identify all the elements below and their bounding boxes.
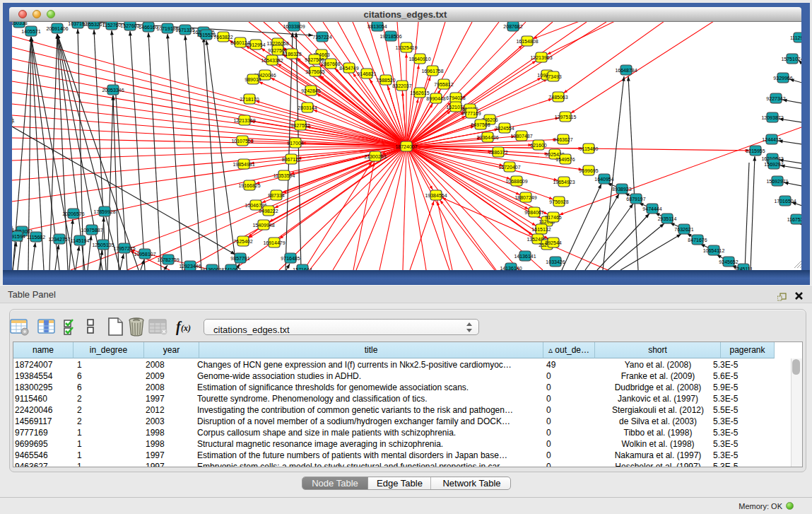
svg-text:7485063: 7485063 <box>548 95 567 100</box>
svg-text:10807487: 10807487 <box>510 134 532 139</box>
svg-text:9716485: 9716485 <box>281 256 300 261</box>
svg-text:1244415: 1244415 <box>762 137 781 142</box>
svg-text:1152760: 1152760 <box>102 23 122 28</box>
svg-text:9474444: 9474444 <box>642 206 661 211</box>
svg-text:20364436: 20364436 <box>476 135 498 140</box>
svg-text:917465: 917465 <box>545 215 561 220</box>
svg-text:160338: 160338 <box>12 22 28 25</box>
svg-text:14136140: 14136140 <box>500 266 522 271</box>
svg-text:1115682: 1115682 <box>27 235 45 240</box>
svg-text:15409948: 15409948 <box>252 223 274 228</box>
svg-text:13325419: 13325419 <box>395 45 417 50</box>
svg-text:10654112: 10654112 <box>703 248 725 253</box>
svg-text:18807249: 18807249 <box>514 195 536 200</box>
svg-text:8938923: 8938923 <box>612 187 631 192</box>
svg-text:15692971: 15692971 <box>766 179 788 184</box>
svg-text:19166825: 19166825 <box>238 183 260 188</box>
svg-text:15751074: 15751074 <box>781 57 801 62</box>
svg-text:6497568: 6497568 <box>471 122 490 127</box>
svg-text:18724007: 18724007 <box>395 144 417 149</box>
svg-text:8990448: 8990448 <box>426 96 445 101</box>
svg-text:9427552: 9427552 <box>290 123 310 128</box>
svg-text:8186328: 8186328 <box>282 52 301 57</box>
svg-text:9084067: 9084067 <box>524 210 543 215</box>
svg-text:2935114: 2935114 <box>658 216 677 221</box>
svg-text:8471676: 8471676 <box>688 238 707 243</box>
svg-text:16154808: 16154808 <box>516 39 538 44</box>
svg-text:7663822: 7663822 <box>213 35 233 40</box>
svg-text:1405571: 1405571 <box>21 29 40 34</box>
svg-text:16033809: 16033809 <box>283 24 305 29</box>
svg-text:8813054: 8813054 <box>367 24 387 29</box>
svg-text:6794028: 6794028 <box>446 95 465 100</box>
svg-text:7632621: 7632621 <box>674 227 693 232</box>
svg-text:16543382: 16543382 <box>261 58 283 63</box>
svg-text:7625402: 7625402 <box>233 239 252 244</box>
svg-text:(x): (x) <box>181 323 191 333</box>
svg-text:8367110: 8367110 <box>282 157 301 162</box>
svg-text:873001: 873001 <box>12 228 15 233</box>
svg-text:9136001: 9136001 <box>202 267 221 271</box>
svg-text:12342757: 12342757 <box>48 237 70 242</box>
svg-text:1527602: 1527602 <box>120 23 139 28</box>
svg-text:8912954: 8912954 <box>246 42 265 47</box>
svg-text:9115460: 9115460 <box>579 146 599 151</box>
svg-text:12923446: 12923446 <box>179 264 201 269</box>
svg-text:20206576: 20206576 <box>62 211 84 216</box>
svg-text:8322037: 8322037 <box>392 83 411 88</box>
svg-text:1615132: 1615132 <box>531 227 551 232</box>
svg-text:8741002: 8741002 <box>221 267 240 271</box>
svg-text:1569297: 1569297 <box>764 162 783 167</box>
svg-text:12975115: 12975115 <box>555 115 577 119</box>
svg-text:8454749: 8454749 <box>339 66 358 71</box>
svg-text:3824554: 3824554 <box>495 126 514 131</box>
svg-text:16648784: 16648784 <box>615 68 637 73</box>
svg-text:21300293: 21300293 <box>364 154 386 159</box>
svg-text:1033426: 1033426 <box>546 259 565 264</box>
svg-text:19854981: 19854981 <box>233 162 254 167</box>
svg-text:2718170: 2718170 <box>240 97 259 102</box>
svg-text:989014: 989014 <box>245 77 261 82</box>
svg-text:9227342: 9227342 <box>766 96 785 101</box>
svg-text:15720407: 15720407 <box>498 165 520 170</box>
svg-text:12213963: 12213963 <box>530 55 552 60</box>
svg-text:917004: 917004 <box>287 141 303 146</box>
svg-text:9329966: 9329966 <box>773 76 792 81</box>
svg-text:12093872: 12093872 <box>761 115 783 120</box>
svg-text:19218506: 19218506 <box>379 34 401 39</box>
svg-text:621600: 621600 <box>530 143 546 148</box>
svg-text:391594: 391594 <box>12 234 25 239</box>
svg-text:18640910: 18640910 <box>408 57 430 62</box>
svg-text:9146821: 9146821 <box>357 71 376 76</box>
svg-text:3675685: 3675685 <box>305 69 324 74</box>
svg-text:16782759: 16782759 <box>157 257 179 262</box>
svg-text:9242845: 9242845 <box>301 88 320 93</box>
svg-text:9245111: 9245111 <box>734 267 753 271</box>
svg-text:6879197: 6879197 <box>626 197 645 201</box>
svg-text:7886372: 7886372 <box>488 150 507 155</box>
svg-text:17957275: 17957275 <box>113 246 135 251</box>
svg-text:20053346: 20053346 <box>102 88 124 93</box>
svg-text:887334: 887334 <box>268 193 284 198</box>
svg-text:12213369: 12213369 <box>233 118 255 123</box>
svg-text:1571644: 1571644 <box>293 267 312 271</box>
svg-text:2803144: 2803144 <box>298 105 317 110</box>
svg-text:163341: 163341 <box>12 118 15 123</box>
svg-text:2087682: 2087682 <box>503 24 522 29</box>
svg-text:9463627: 9463627 <box>553 137 572 142</box>
svg-text:1112983: 1112983 <box>790 35 801 40</box>
svg-text:1145194: 1145194 <box>71 238 90 243</box>
svg-text:16961758: 16961758 <box>421 69 443 74</box>
svg-text:9777169: 9777169 <box>461 111 481 116</box>
svg-text:16914479: 16914479 <box>263 240 285 245</box>
svg-text:9699695: 9699695 <box>579 168 598 173</box>
svg-text:11353594: 11353594 <box>273 173 295 178</box>
svg-text:19654923: 19654923 <box>553 180 575 185</box>
svg-text:1167534: 1167534 <box>787 217 801 222</box>
svg-text:17859928: 17859928 <box>93 209 115 214</box>
svg-text:1549576: 1549576 <box>555 157 575 162</box>
svg-text:20691406: 20691406 <box>46 26 68 31</box>
svg-text:6466160: 6466160 <box>139 25 158 30</box>
svg-text:10107553: 10107553 <box>231 139 253 144</box>
svg-text:19384554: 19384554 <box>425 193 447 198</box>
